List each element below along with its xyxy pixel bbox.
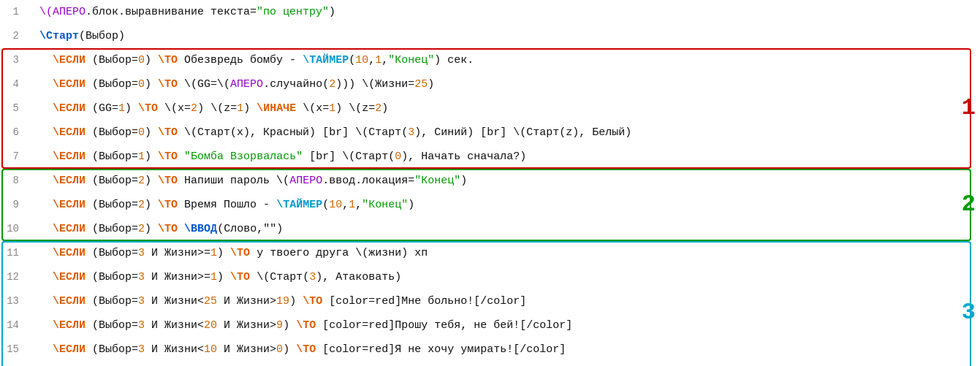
token-text-black (26, 54, 53, 66)
token-kw-esli: \ЕСЛИ (53, 295, 86, 308)
token-num-orange: 1 (349, 199, 355, 211)
token-text-black: (Выбор= (86, 175, 138, 187)
token-num-orange: 10 (329, 199, 342, 211)
token-text-black: ) (289, 295, 303, 308)
token-num-orange: 2 (138, 199, 145, 211)
line-content: \ЕСЛИ (Выбор=2) \ТО \ВВОД(Слово,"") (26, 219, 980, 240)
token-text-black: И Жизни> (217, 319, 276, 332)
token-num-orange: 0 (138, 54, 145, 66)
line-content: \ЕСЛИ (Выбор=0) \ТО Обезвредь бомбу - \Т… (26, 50, 980, 71)
line-content: \(АПЕРО.блок.выравнивание текста="по цен… (26, 2, 980, 23)
token-text-black: , (342, 199, 349, 211)
token-str-green: "Конец" (362, 199, 408, 211)
token-kw-apero: \(АПЕРО (39, 6, 86, 18)
line-content: \Старт(Выбор) (26, 26, 980, 47)
token-text-black: ), Начать сначала?) (401, 150, 526, 163)
token-text-black: ) \(z= (197, 102, 237, 115)
token-text-black: И Жизни< (145, 295, 204, 308)
token-text-black (26, 199, 53, 211)
code-line: 11 \ЕСЛИ (Выбор=3 И Жизни>=1) \ТО у твое… (0, 241, 980, 265)
token-num-orange: 2 (191, 102, 197, 115)
code-line: 6 \ЕСЛИ (Выбор=0) \ТО \(Старт(х), Красны… (0, 121, 980, 145)
token-num-orange: 25 (414, 78, 428, 91)
token-text-black (26, 319, 53, 332)
token-text-black: у твоего друга \(жизни) хп (250, 247, 428, 259)
token-kw-esli: \ЕСЛИ (53, 150, 86, 163)
token-num-orange: 0 (138, 126, 145, 139)
token-text-black (26, 223, 53, 235)
token-num-orange: 2 (138, 175, 145, 187)
token-text-black: , (381, 54, 388, 66)
token-text-black: ) (283, 343, 296, 356)
token-num-orange: 1 (210, 247, 217, 259)
line-number: 13 (0, 291, 26, 311)
token-text-black: ) (145, 126, 158, 139)
token-num-orange: 0 (138, 78, 145, 91)
token-kw-to: \ТО (138, 102, 158, 115)
token-num-orange: 3 (408, 126, 414, 139)
token-text-black: \(х= (296, 102, 329, 115)
token-text-black: ), Синий) [br] \(Старт(z), Белый) (414, 126, 631, 139)
token-text-black: (Выбор= (86, 271, 138, 283)
token-text-black: ) (145, 54, 158, 66)
token-text-black: (Выбор= (86, 319, 138, 332)
token-kw-to: \ТО (296, 319, 316, 332)
block1-badge: 1 (962, 94, 976, 121)
token-num-orange: 1 (138, 150, 145, 163)
token-num-orange: 2 (375, 102, 381, 115)
line-content: \ЕСЛИ (Выбор=2) \ТО Напиши пароль \(АПЕР… (26, 171, 980, 191)
token-num-orange: 1 (210, 271, 217, 283)
line-number: 3 (0, 50, 26, 70)
line-number: 9 (0, 194, 26, 215)
token-text-black: ))) \(Жизни= (335, 78, 414, 91)
token-text-black (26, 6, 39, 18)
token-kw-esli: \ЕСЛИ (53, 54, 86, 66)
line-content: \ЕСЛИ (Выбор=0) \ТО \(GG=\(АПЕРО.случайн… (26, 75, 980, 95)
token-text-black (26, 247, 53, 259)
code-line: 1 \(АПЕРО.блок.выравнивание текста="по ц… (0, 0, 980, 24)
token-num-orange: 0 (395, 150, 401, 163)
code-line: 10 \ЕСЛИ (Выбор=2) \ТО \ВВОД(Слово,"") (0, 217, 980, 241)
token-text-black: ) (145, 199, 158, 211)
line-content: \ЕСЛИ (Выбор=3 И Жизни>=1) \ТО у твоего … (26, 243, 980, 264)
line-number: 10 (0, 218, 26, 239)
token-num-orange: 1 (329, 102, 335, 115)
token-text-black: Выбор (86, 30, 118, 42)
token-text-black (26, 102, 53, 115)
token-kw-tajmer: \ТАЙМЕР (303, 54, 349, 66)
token-num-orange: 2 (138, 223, 145, 235)
token-num-orange: 20 (204, 319, 217, 332)
token-text-black: Обезвредь бомбу - (178, 54, 303, 66)
line-number: 4 (0, 74, 26, 94)
token-kw-to: \ТО (158, 150, 178, 163)
token-text-black (26, 295, 53, 308)
token-num-orange: 10 (355, 54, 368, 66)
token-str-green: "Конец" (414, 175, 460, 187)
code-line: 12 \ЕСЛИ (Выбор=3 И Жизни>=1) \ТО \(Стар… (0, 265, 980, 289)
token-num-orange: 9 (276, 319, 283, 332)
code-line: 14 \ЕСЛИ (Выбор=3 И Жизни<20 И Жизни>9) … (0, 313, 980, 338)
token-kw-to: \ТО (296, 343, 316, 356)
token-text-black: (GG= (86, 102, 118, 115)
token-num-orange: 1 (375, 54, 381, 66)
token-text-black: (Выбор= (86, 54, 138, 66)
line-content: \ЕСЛИ (Выбор=3 И Жизни<20 И Жизни>9) \ТО… (26, 316, 980, 336)
token-num-orange: 3 (138, 319, 145, 332)
line-number: 6 (0, 122, 26, 142)
token-num-orange: 3 (138, 295, 145, 308)
token-num-orange: 1 (237, 102, 243, 115)
block3-badge: 3 (962, 299, 976, 326)
token-kw-esli: \ЕСЛИ (53, 102, 86, 115)
token-text-black (26, 175, 53, 187)
token-str-green: "по центру" (257, 6, 329, 18)
token-num-orange: 0 (276, 343, 283, 356)
token-num-orange: 3 (138, 343, 145, 356)
token-kw-esli: \ЕСЛИ (53, 319, 86, 332)
token-text-black: Напиши пароль \( (178, 175, 289, 187)
token-text-black: ( (349, 54, 355, 66)
token-text-black: ) (145, 175, 158, 187)
token-text-black: И Жизни>= (145, 247, 210, 259)
token-kw-to: \ТО (230, 271, 250, 283)
token-text-black: И Жизни> (217, 343, 276, 356)
token-text-black: (Выбор= (86, 126, 138, 139)
